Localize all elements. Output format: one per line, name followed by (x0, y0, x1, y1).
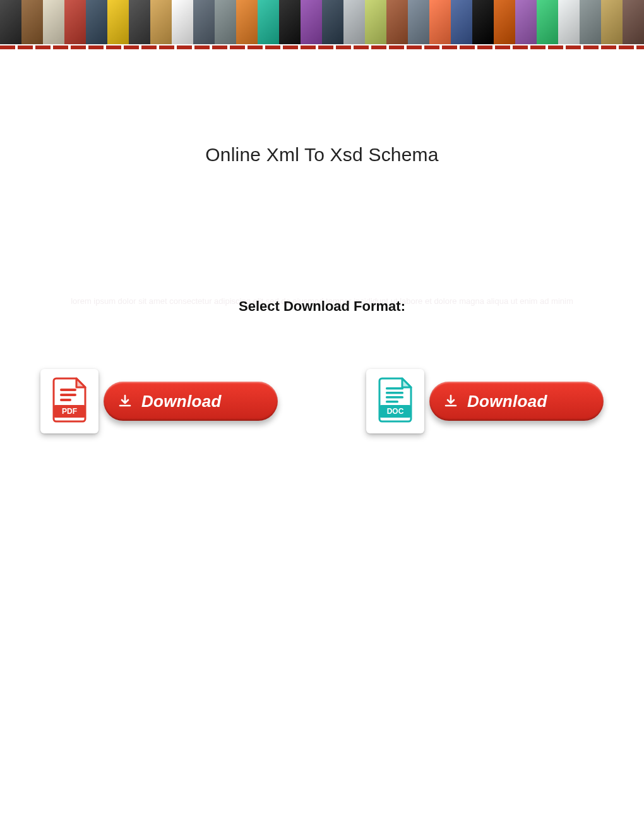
svg-text:DOC: DOC (387, 407, 404, 416)
banner-tile (215, 0, 236, 44)
download-pdf-pill[interactable]: Download (104, 382, 278, 421)
download-doc-label: Download (467, 392, 547, 411)
download-doc-pill[interactable]: Download (429, 382, 604, 421)
svg-rect-4 (60, 399, 71, 401)
banner-tile (472, 0, 494, 44)
download-row: PDF Download (0, 369, 644, 433)
banner-tile (515, 0, 537, 44)
banner-ruler (0, 45, 644, 49)
banner-tile (558, 0, 580, 44)
banner-tile (322, 0, 343, 44)
decorative-banner (0, 0, 644, 45)
page-title: Online Xml To Xsd Schema (0, 144, 644, 166)
banner-tile (258, 0, 279, 44)
banner-tile (580, 0, 601, 44)
download-arrow-icon (117, 394, 133, 409)
banner-tile (236, 0, 258, 44)
banner-tile (193, 0, 215, 44)
banner-tile (537, 0, 558, 44)
banner-tile (129, 0, 150, 44)
doc-file-card: DOC (366, 369, 424, 433)
download-pdf-label: Download (141, 392, 222, 411)
banner-tile (0, 0, 21, 44)
banner-tile (365, 0, 386, 44)
download-doc-button[interactable]: DOC Download (366, 369, 604, 433)
banner-tile (451, 0, 472, 44)
svg-text:PDF: PDF (62, 407, 77, 416)
banner-tile (601, 0, 623, 44)
banner-tile (172, 0, 193, 44)
banner-tile (343, 0, 365, 44)
banner-tile (86, 0, 107, 44)
pdf-file-card: PDF (40, 369, 98, 433)
pdf-file-icon: PDF (51, 377, 88, 425)
svg-rect-9 (386, 396, 403, 399)
doc-file-icon: DOC (377, 377, 414, 425)
svg-rect-3 (60, 394, 76, 396)
download-pdf-button[interactable]: PDF Download (40, 369, 278, 433)
svg-rect-8 (386, 392, 403, 394)
svg-rect-2 (60, 389, 76, 391)
banner-tile (623, 0, 644, 44)
banner-tile (43, 0, 64, 44)
banner-tile (150, 0, 172, 44)
banner-tile (21, 0, 43, 44)
banner-tile (494, 0, 515, 44)
banner-tile (107, 0, 129, 44)
svg-rect-7 (386, 387, 403, 390)
banner-tile (408, 0, 429, 44)
banner-tile (64, 0, 86, 44)
svg-rect-10 (386, 401, 398, 403)
banner-tile (301, 0, 322, 44)
subtitle-section: lorem ipsum dolor sit amet consectetur a… (0, 298, 644, 315)
download-arrow-icon (443, 394, 458, 409)
download-format-label: Select Download Format: (0, 298, 644, 315)
banner-tile (279, 0, 301, 44)
banner-tile (429, 0, 451, 44)
banner-tile (386, 0, 408, 44)
